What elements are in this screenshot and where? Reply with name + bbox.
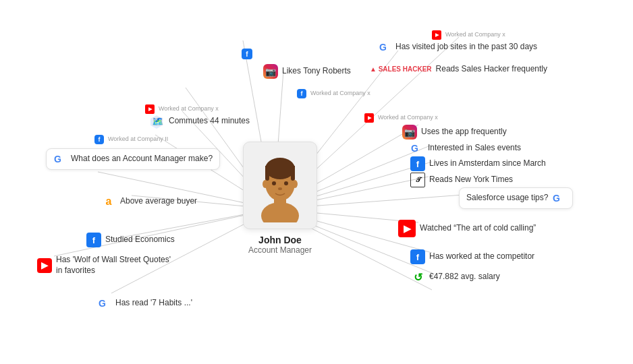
node-account-manager-salary: G What does an Account Manager make?: [46, 148, 220, 170]
node-cold-calling: ▶ Watched “The art of cold calling”: [398, 220, 536, 237]
node-facebook-small-top: f: [242, 49, 252, 59]
node-amsterdam: f Lives in Amsterdam since March: [410, 156, 546, 171]
svg-text:G: G: [54, 154, 61, 164]
svg-point-31: [284, 181, 288, 185]
sales-events-text: Interested in Sales events: [428, 143, 521, 154]
node-sales-hacker: ▲ SALES HACKER Reads Sales Hacker freque…: [370, 64, 547, 75]
svg-point-32: [278, 187, 282, 190]
competitor-text: Has worked at the competitor: [429, 251, 534, 262]
svg-point-29: [292, 180, 298, 188]
person-title: Account Manager: [236, 245, 324, 255]
facebook-icon-ii: f: [94, 135, 104, 144]
facebook-icon-2: f: [297, 89, 306, 98]
amazon-icon: a: [101, 195, 116, 208]
uses-app-text: Uses the app frequently: [421, 127, 507, 138]
svg-point-28: [263, 180, 268, 188]
avg-salary-text: €47.882 avg. salary: [429, 272, 500, 282]
nyt-text: Reads New York Times: [429, 175, 513, 185]
avatar: [243, 142, 317, 229]
likes-tony-text: Likes Tony Roberts: [282, 66, 351, 77]
facebook-icon-competitor: f: [410, 249, 425, 264]
instagram-icon-app: 📷: [402, 125, 417, 140]
node-worked-company-top: ▶ Worked at Company x: [432, 30, 505, 40]
canvas: John Doe Account Manager G Has visited j…: [0, 0, 633, 364]
google-icon: G: [378, 40, 391, 54]
instagram-icon: 📷: [263, 64, 278, 79]
svg-text:🗺️: 🗺️: [152, 116, 164, 127]
amsterdam-text: Lives in Amsterdam since March: [429, 158, 546, 169]
node-visited-job-sites: G Has visited job sites in the past 30 d…: [378, 40, 537, 54]
maps-icon: 🗺️: [148, 113, 165, 129]
worked-company3-text: Worked at Company x: [159, 105, 219, 113]
node-worked-companyII: f Worked at Company II: [94, 135, 168, 144]
svg-text:G: G: [553, 193, 560, 204]
salesforce-text: Salesforce usage tips?: [466, 193, 548, 204]
youtube-icon-cold: ▶: [398, 220, 416, 237]
facebook-icon-amsterdam: f: [410, 156, 425, 171]
google-icon-7habits: G: [98, 297, 111, 310]
youtube-small-icon: ▶: [432, 30, 441, 40]
node-worked-company4: ▶ Worked at Company x: [364, 113, 438, 123]
node-salesforce: Salesforce usage tips? G: [459, 187, 573, 209]
node-worked-company3: ▶ Worked at Company x: [145, 104, 219, 114]
node-above-avg-buyer: a Above average buyer: [101, 195, 197, 208]
sales-hacker-badge: ▲ SALES HACKER: [370, 65, 432, 73]
node-avg-salary: ↺ €47.882 avg. salary: [410, 270, 500, 284]
wolf-quotes-text: Has 'Wolf of Wall Street Quotes' in favo…: [56, 255, 177, 276]
svg-text:G: G: [379, 42, 387, 53]
person-name: John Doe: [236, 235, 324, 245]
worked-companyII-text: Worked at Company II: [108, 135, 168, 144]
node-uses-app: 📷 Uses the app frequently: [402, 125, 507, 140]
google-icon-sales: G: [410, 142, 424, 155]
worked-company2-text: Worked at Company x: [310, 90, 370, 98]
person-card: John Doe Account Manager: [236, 142, 324, 255]
svg-text:G: G: [411, 143, 418, 154]
node-worked-company2: f Worked at Company x: [297, 89, 370, 98]
node-7-habits: G Has read '7 Habits ...': [98, 297, 192, 310]
google-icon-salesforce: G: [552, 191, 566, 205]
node-likes-tony: 📷 Likes Tony Roberts: [263, 64, 351, 79]
youtube-icon-wolf: ▶: [37, 258, 52, 273]
node-wolf-quotes: ▶ Has 'Wolf of Wall Street Quotes' in fa…: [37, 255, 177, 276]
svg-text:G: G: [99, 298, 106, 309]
youtube-icon-3: ▶: [145, 104, 155, 114]
node-competitor: f Has worked at the competitor: [410, 249, 534, 264]
reads-sales-hacker-text: Reads Sales Hacker frequently: [436, 64, 547, 75]
facebook-icon-studied: f: [86, 233, 101, 247]
above-avg-buyer-text: Above average buyer: [120, 196, 197, 207]
visited-job-sites-text: Has visited job sites in the past 30 day…: [395, 42, 537, 53]
node-sales-events: G Interested in Sales events: [410, 142, 521, 155]
svg-point-30: [272, 181, 276, 185]
account-manager-salary-text: What does an Account Manager make?: [71, 154, 213, 164]
svg-rect-27: [265, 166, 295, 171]
node-commutes: 🗺️ Commutes 44 minutes: [148, 113, 250, 129]
7-habits-text: Has read '7 Habits ...': [115, 298, 192, 309]
worked-company4-text: Worked at Company x: [378, 114, 438, 122]
google-icon-salary: G: [53, 152, 67, 166]
commutes-text: Commutes 44 minutes: [169, 116, 250, 127]
salary-icon: ↺: [410, 270, 425, 284]
cold-calling-text: Watched “The art of cold calling”: [420, 223, 536, 234]
facebook-small-icon: f: [242, 49, 252, 59]
worked-company-top-text: Worked at Company x: [445, 31, 505, 39]
node-studied-economics: f Studied Economics: [86, 233, 175, 247]
studied-economics-text: Studied Economics: [105, 235, 175, 245]
youtube-icon-4: ▶: [364, 113, 374, 123]
nyt-icon: 𝒯: [410, 173, 425, 187]
node-nyt: 𝒯 Reads New York Times: [410, 173, 513, 187]
